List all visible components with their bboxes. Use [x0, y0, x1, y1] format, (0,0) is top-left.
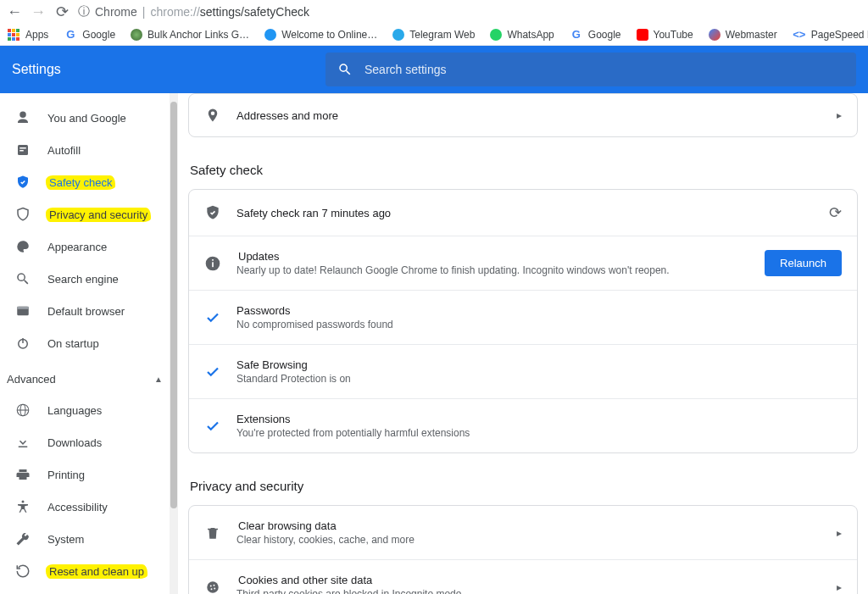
chevron-right-icon: ▸ — [837, 109, 842, 121]
bookmark-welcome-online[interactable]: Welcome to Online… — [264, 29, 377, 41]
sidebar-item-downloads[interactable]: Downloads — [0, 426, 178, 458]
privacy-card: Clear browsing dataClear history, cookie… — [188, 505, 858, 594]
globe-icon — [15, 402, 31, 418]
safe-browsing-row[interactable]: Safe BrowsingStandard Protection is on — [189, 345, 857, 398]
location-icon — [204, 108, 221, 123]
check-icon — [204, 310, 221, 325]
sidebar-item-default-browser[interactable]: Default browser — [0, 295, 178, 327]
sidebar-item-privacy-security[interactable]: Privacy and security — [0, 198, 178, 230]
privacy-security-heading: Privacy and security — [190, 479, 858, 493]
palette-icon — [15, 239, 31, 254]
bookmarks-bar: Apps GGoogle Bulk Anchor Links G… Welcom… — [0, 24, 868, 46]
browser-icon — [15, 303, 31, 319]
svg-point-17 — [211, 588, 213, 590]
check-icon — [204, 364, 221, 380]
trash-icon — [204, 525, 221, 541]
back-icon[interactable]: ← — [7, 3, 22, 21]
sidebar-item-reset-cleanup[interactable]: Reset and clean up — [0, 555, 178, 587]
addresses-card: Addresses and more ▸ — [188, 93, 858, 137]
autofill-icon — [15, 142, 31, 158]
svg-rect-12 — [212, 262, 214, 267]
page-title: Settings — [12, 62, 314, 77]
sidebar-item-accessibility[interactable]: Accessibility — [0, 491, 178, 523]
rerun-safety-check-icon[interactable]: ⟳ — [829, 203, 842, 222]
updates-row: Updates Nearly up to date! Relaunch Goog… — [189, 236, 857, 290]
search-icon — [337, 62, 353, 77]
browser-nav-bar: ← → ⟳ ⓘ Chrome | chrome://settings/safet… — [0, 0, 868, 24]
sidebar-advanced-toggle[interactable]: Advanced▲ — [0, 364, 178, 394]
shield-status-icon — [204, 204, 221, 221]
check-icon — [204, 419, 221, 434]
sidebar-item-safety-check[interactable]: Safety check — [0, 166, 178, 198]
bookmark-apps[interactable]: Apps — [7, 28, 48, 42]
shield-icon — [15, 207, 31, 222]
bookmark-google[interactable]: GGoogle — [64, 28, 115, 42]
accessibility-icon — [15, 499, 31, 514]
extensions-row[interactable]: ExtensionsYou're protected from potentia… — [189, 399, 857, 452]
shield-check-icon — [15, 175, 31, 190]
settings-main: Addresses and more ▸ Safety check Safety… — [178, 93, 868, 594]
sidebar-scrollbar[interactable] — [170, 93, 178, 594]
chevron-right-icon: ▸ — [837, 527, 842, 539]
reload-icon[interactable]: ⟳ — [54, 3, 70, 21]
bookmark-telegram[interactable]: Telegram Web — [392, 29, 475, 41]
power-icon — [15, 336, 31, 351]
cookies-row[interactable]: Cookies and other site dataThird-party c… — [189, 560, 857, 594]
address-bar[interactable]: ⓘ Chrome | chrome://settings/safetyCheck — [78, 4, 309, 19]
svg-point-18 — [214, 587, 215, 589]
addresses-row[interactable]: Addresses and more ▸ — [189, 94, 857, 136]
svg-point-15 — [210, 585, 212, 586]
bookmark-whatsapp[interactable]: WhatsApp — [490, 29, 554, 41]
svg-point-16 — [214, 584, 215, 586]
svg-point-14 — [207, 581, 219, 593]
clear-browsing-data-row[interactable]: Clear browsing dataClear history, cookie… — [189, 506, 857, 559]
sidebar-item-on-startup[interactable]: On startup — [0, 327, 178, 359]
safety-check-heading: Safety check — [190, 163, 858, 177]
search-settings-box[interactable] — [326, 53, 856, 86]
safety-check-status-row: Safety check ran 7 minutes ago ⟳ — [189, 190, 857, 236]
wrench-icon — [15, 531, 31, 547]
sidebar-item-you-and-google[interactable]: You and Google — [0, 102, 178, 134]
sidebar-item-printing[interactable]: Printing — [0, 458, 178, 491]
safety-check-card: Safety check ran 7 minutes ago ⟳ Updates… — [188, 189, 858, 453]
search-input[interactable] — [364, 63, 844, 76]
bookmark-google-2[interactable]: GGoogle — [570, 28, 621, 42]
settings-header: Settings — [0, 46, 868, 93]
relaunch-button[interactable]: Relaunch — [765, 250, 842, 276]
sidebar-item-appearance[interactable]: Appearance — [0, 230, 178, 263]
url-scheme-label: Chrome — [95, 5, 137, 19]
chevron-up-icon: ▲ — [154, 375, 163, 384]
svg-rect-2 — [19, 150, 24, 152]
svg-rect-13 — [212, 259, 214, 261]
bookmark-youtube[interactable]: YouTube — [637, 29, 693, 41]
passwords-row[interactable]: PasswordsNo compromised passwords found — [189, 291, 857, 344]
magnifier-icon — [15, 271, 31, 286]
chevron-right-icon: ▸ — [837, 581, 842, 593]
svg-point-10 — [22, 501, 25, 503]
forward-icon: → — [31, 3, 46, 21]
sidebar-item-search-engine[interactable]: Search engine — [0, 263, 178, 295]
cookie-icon — [204, 580, 221, 595]
bookmark-webmaster[interactable]: Webmaster — [709, 29, 777, 41]
bookmark-pagespeed[interactable]: <>PageSpeed Insights — [793, 28, 868, 42]
info-icon — [204, 255, 221, 272]
site-info-icon[interactable]: ⓘ — [78, 4, 90, 19]
svg-rect-1 — [19, 147, 26, 149]
sidebar-item-autofill[interactable]: Autofill — [0, 134, 178, 166]
restore-icon — [15, 563, 31, 579]
svg-rect-4 — [17, 307, 29, 309]
person-icon — [15, 110, 31, 125]
sidebar-item-system[interactable]: System — [0, 523, 178, 555]
download-icon — [15, 435, 31, 450]
settings-sidebar: You and Google Autofill Safety check Pri… — [0, 93, 178, 594]
printer-icon — [15, 467, 31, 482]
sidebar-item-languages[interactable]: Languages — [0, 394, 178, 426]
bookmark-bulk-anchor[interactable]: Bulk Anchor Links G… — [131, 29, 249, 41]
